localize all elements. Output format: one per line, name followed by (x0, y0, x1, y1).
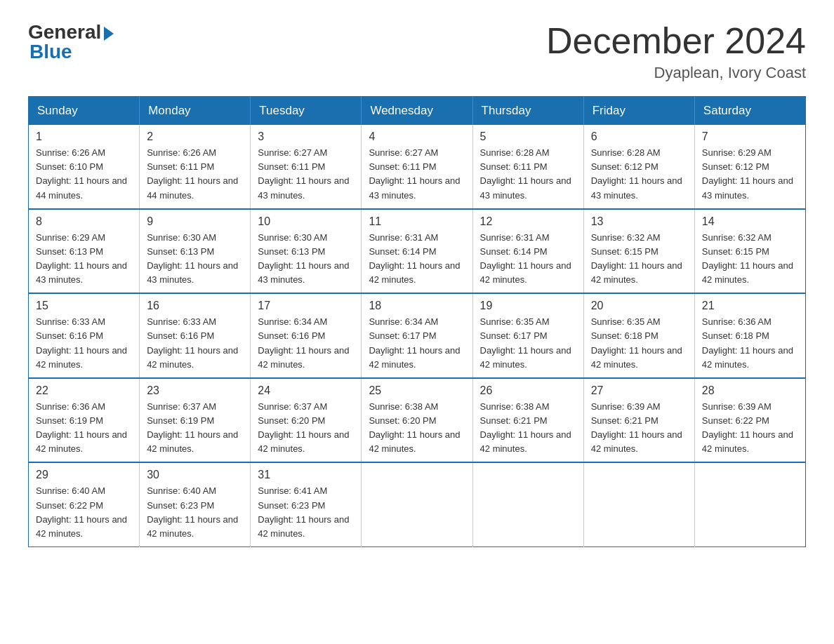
day-number: 10 (258, 215, 354, 228)
day-number: 17 (258, 300, 354, 312)
calendar-cell: 27Sunrise: 6:39 AMSunset: 6:21 PMDayligh… (583, 378, 694, 463)
day-info: Sunrise: 6:36 AMSunset: 6:19 PMDaylight:… (36, 400, 132, 457)
day-info: Sunrise: 6:41 AMSunset: 6:23 PMDaylight:… (258, 484, 354, 541)
calendar-header-row: SundayMondayTuesdayWednesdayThursdayFrid… (29, 97, 806, 126)
day-info: Sunrise: 6:28 AMSunset: 6:12 PMDaylight:… (591, 146, 687, 203)
day-info: Sunrise: 6:30 AMSunset: 6:13 PMDaylight:… (258, 231, 354, 288)
calendar-cell: 24Sunrise: 6:37 AMSunset: 6:20 PMDayligh… (251, 378, 362, 463)
day-number: 11 (369, 215, 465, 228)
calendar-cell: 21Sunrise: 6:36 AMSunset: 6:18 PMDayligh… (694, 293, 805, 378)
calendar-cell: 31Sunrise: 6:41 AMSunset: 6:23 PMDayligh… (251, 462, 362, 546)
calendar-cell: 28Sunrise: 6:39 AMSunset: 6:22 PMDayligh… (694, 378, 805, 463)
calendar-header-saturday: Saturday (694, 97, 805, 126)
calendar-cell (362, 462, 472, 546)
day-number: 1 (36, 130, 132, 143)
day-info: Sunrise: 6:26 AMSunset: 6:10 PMDaylight:… (36, 146, 132, 203)
day-info: Sunrise: 6:36 AMSunset: 6:18 PMDaylight:… (702, 315, 798, 372)
day-number: 31 (258, 469, 354, 481)
day-info: Sunrise: 6:27 AMSunset: 6:11 PMDaylight:… (369, 146, 465, 203)
calendar-cell: 5Sunrise: 6:28 AMSunset: 6:11 PMDaylight… (472, 125, 583, 209)
logo: General Blue (28, 21, 114, 63)
calendar-cell: 19Sunrise: 6:35 AMSunset: 6:17 PMDayligh… (472, 293, 583, 378)
day-info: Sunrise: 6:27 AMSunset: 6:11 PMDaylight:… (258, 146, 354, 203)
day-info: Sunrise: 6:38 AMSunset: 6:20 PMDaylight:… (369, 400, 465, 457)
calendar-cell: 11Sunrise: 6:31 AMSunset: 6:14 PMDayligh… (362, 209, 472, 294)
calendar-cell: 29Sunrise: 6:40 AMSunset: 6:22 PMDayligh… (29, 462, 140, 546)
day-number: 5 (480, 130, 576, 143)
day-number: 13 (591, 215, 687, 228)
day-info: Sunrise: 6:32 AMSunset: 6:15 PMDaylight:… (702, 231, 798, 288)
day-info: Sunrise: 6:40 AMSunset: 6:23 PMDaylight:… (147, 484, 243, 541)
day-number: 16 (147, 300, 243, 312)
calendar-cell: 2Sunrise: 6:26 AMSunset: 6:11 PMDaylight… (140, 125, 251, 209)
calendar-cell (694, 462, 805, 546)
day-number: 21 (702, 300, 798, 312)
day-number: 2 (147, 130, 243, 143)
day-number: 14 (702, 215, 798, 228)
calendar-cell: 22Sunrise: 6:36 AMSunset: 6:19 PMDayligh… (29, 378, 140, 463)
day-number: 18 (369, 300, 465, 312)
day-number: 26 (480, 384, 576, 397)
calendar-cell: 1Sunrise: 6:26 AMSunset: 6:10 PMDaylight… (29, 125, 140, 209)
day-info: Sunrise: 6:34 AMSunset: 6:17 PMDaylight:… (369, 315, 465, 372)
day-number: 27 (591, 384, 687, 397)
day-number: 29 (36, 469, 132, 481)
calendar-cell: 18Sunrise: 6:34 AMSunset: 6:17 PMDayligh… (362, 293, 472, 378)
day-number: 6 (591, 130, 687, 143)
calendar-header-thursday: Thursday (472, 97, 583, 126)
calendar-week-row-4: 22Sunrise: 6:36 AMSunset: 6:19 PMDayligh… (29, 378, 806, 463)
day-number: 15 (36, 300, 132, 312)
calendar-header-friday: Friday (583, 97, 694, 126)
day-number: 22 (36, 384, 132, 397)
calendar-week-row-2: 8Sunrise: 6:29 AMSunset: 6:13 PMDaylight… (29, 209, 806, 294)
calendar-cell: 26Sunrise: 6:38 AMSunset: 6:21 PMDayligh… (472, 378, 583, 463)
day-number: 24 (258, 384, 354, 397)
day-info: Sunrise: 6:26 AMSunset: 6:11 PMDaylight:… (147, 146, 243, 203)
day-info: Sunrise: 6:40 AMSunset: 6:22 PMDaylight:… (36, 484, 132, 541)
day-number: 4 (369, 130, 465, 143)
calendar-cell: 3Sunrise: 6:27 AMSunset: 6:11 PMDaylight… (251, 125, 362, 209)
calendar-header-sunday: Sunday (29, 97, 140, 126)
day-info: Sunrise: 6:31 AMSunset: 6:14 PMDaylight:… (480, 231, 576, 288)
calendar-cell: 23Sunrise: 6:37 AMSunset: 6:19 PMDayligh… (140, 378, 251, 463)
day-info: Sunrise: 6:28 AMSunset: 6:11 PMDaylight:… (480, 146, 576, 203)
day-number: 28 (702, 384, 798, 397)
day-number: 19 (480, 300, 576, 312)
day-number: 7 (702, 130, 798, 143)
day-info: Sunrise: 6:39 AMSunset: 6:22 PMDaylight:… (702, 400, 798, 457)
calendar-week-row-1: 1Sunrise: 6:26 AMSunset: 6:10 PMDaylight… (29, 125, 806, 209)
calendar-cell: 25Sunrise: 6:38 AMSunset: 6:20 PMDayligh… (362, 378, 472, 463)
calendar-cell (583, 462, 694, 546)
day-number: 20 (591, 300, 687, 312)
day-info: Sunrise: 6:33 AMSunset: 6:16 PMDaylight:… (147, 315, 243, 372)
day-number: 3 (258, 130, 354, 143)
calendar-cell: 6Sunrise: 6:28 AMSunset: 6:12 PMDaylight… (583, 125, 694, 209)
calendar-cell (472, 462, 583, 546)
logo-blue-text: Blue (29, 41, 72, 63)
calendar-cell: 13Sunrise: 6:32 AMSunset: 6:15 PMDayligh… (583, 209, 694, 294)
location-label: Dyaplean, Ivory Coast (546, 64, 806, 82)
calendar-cell: 8Sunrise: 6:29 AMSunset: 6:13 PMDaylight… (29, 209, 140, 294)
day-info: Sunrise: 6:34 AMSunset: 6:16 PMDaylight:… (258, 315, 354, 372)
day-info: Sunrise: 6:35 AMSunset: 6:17 PMDaylight:… (480, 315, 576, 372)
day-info: Sunrise: 6:29 AMSunset: 6:12 PMDaylight:… (702, 146, 798, 203)
calendar-week-row-3: 15Sunrise: 6:33 AMSunset: 6:16 PMDayligh… (29, 293, 806, 378)
calendar-table: SundayMondayTuesdayWednesdayThursdayFrid… (28, 96, 806, 547)
month-title: December 2024 (546, 21, 806, 61)
calendar-cell: 7Sunrise: 6:29 AMSunset: 6:12 PMDaylight… (694, 125, 805, 209)
calendar-cell: 9Sunrise: 6:30 AMSunset: 6:13 PMDaylight… (140, 209, 251, 294)
day-number: 30 (147, 469, 243, 481)
day-number: 25 (369, 384, 465, 397)
day-info: Sunrise: 6:33 AMSunset: 6:16 PMDaylight:… (36, 315, 132, 372)
calendar-header-monday: Monday (140, 97, 251, 126)
calendar-cell: 30Sunrise: 6:40 AMSunset: 6:23 PMDayligh… (140, 462, 251, 546)
day-info: Sunrise: 6:31 AMSunset: 6:14 PMDaylight:… (369, 231, 465, 288)
calendar-week-row-5: 29Sunrise: 6:40 AMSunset: 6:22 PMDayligh… (29, 462, 806, 546)
calendar-cell: 15Sunrise: 6:33 AMSunset: 6:16 PMDayligh… (29, 293, 140, 378)
day-info: Sunrise: 6:37 AMSunset: 6:19 PMDaylight:… (147, 400, 243, 457)
day-info: Sunrise: 6:35 AMSunset: 6:18 PMDaylight:… (591, 315, 687, 372)
day-number: 23 (147, 384, 243, 397)
day-info: Sunrise: 6:29 AMSunset: 6:13 PMDaylight:… (36, 231, 132, 288)
day-info: Sunrise: 6:39 AMSunset: 6:21 PMDaylight:… (591, 400, 687, 457)
calendar-cell: 10Sunrise: 6:30 AMSunset: 6:13 PMDayligh… (251, 209, 362, 294)
